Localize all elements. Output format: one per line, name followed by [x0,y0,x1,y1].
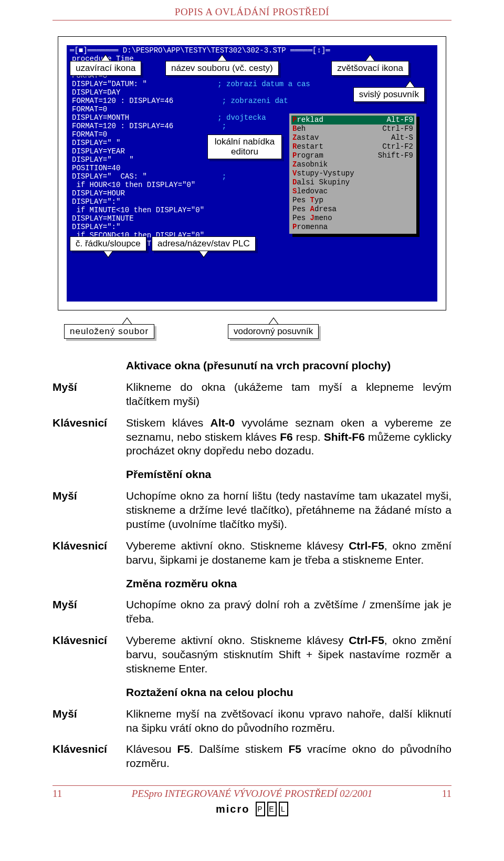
move-keyboard-text: Vybereme aktivní okno. Stiskneme klávesy… [126,539,452,567]
callout-zoom-icon: zvětšovací ikona [331,61,409,76]
resize-mouse-text: Uchopíme okno za pravý dolní roh a zvětš… [126,598,452,626]
label-mouse: Myší [52,380,126,409]
callout-vertical-scrollbar: svislý posuvník [353,87,425,102]
callout-row-col: č. řádku/sloupce [70,236,146,251]
maximize-keyboard-text: Klávesou F5. Dalšíme stiskem F5 vracíme … [126,742,452,771]
page-number-right: 11 [442,788,452,800]
footer-rule [52,785,452,786]
menu-item-pes-adresa[interactable]: Pes Adresa [292,205,413,214]
section-title-maximize: Roztažení okna na celou plochu [126,686,452,700]
editor-screenshot-frame: ═[■]═══════ D:\PESPRO\APP\TESTY\TEST302\… [58,36,446,310]
footer-center-text: PESpro INTEGROVANÉ VÝVOJOVÉ PROSTŘEDÍ 02… [132,788,373,800]
menu-item-program[interactable]: ProgramShift-F9 [292,151,413,160]
maximize-mouse-text: Klikneme myší na zvětšovací ikonu vpravo… [126,707,452,735]
menu-item-preklad[interactable]: PrekladAlt-F9 [291,116,414,125]
menu-item-zastav[interactable]: ZastavAlt-S [292,133,413,142]
move-mouse-text: Uchopíme okno za horní lištu (tedy nasta… [126,489,452,532]
editor-context-menu[interactable]: PrekladAlt-F9 BehCtrl-F9 ZastavAlt-S Res… [289,113,416,234]
section-title-move: Přemístění okna [126,468,452,482]
logo-pel-icon: PEL [256,802,288,816]
header-rule [52,20,452,20]
section-title-resize: Změna rozměru okna [126,577,452,591]
instructions-section: Aktivace okna (přesunutí na vrch pracovn… [52,357,452,771]
page-number-left: 11 [52,788,62,800]
label-mouse: Myší [52,707,126,735]
dos-editor-window: ═[■]═══════ D:\PESPRO\APP\TESTY\TEST302\… [67,45,437,302]
page-header-title: POPIS A OVLÁDÁNÍ PROSTŘEDÍ [175,6,329,17]
menu-item-pes-typ[interactable]: Pes Typ [292,196,413,205]
callout-horizontal-scrollbar: vodorovný posuvník [228,324,319,339]
menu-item-vstupy-vystupy[interactable]: Vstupy-Vystupy [292,169,413,178]
window-title-path: D:\PESPRO\APP\TESTY\TEST302\302-3.STP [123,46,286,55]
callout-local-menu: lokální nabídka editoru [207,134,282,159]
logo-text: micro [216,803,249,815]
activation-mouse-text: Klikneme do okna (ukážeme tam myší a kle… [126,380,452,409]
menu-item-restart[interactable]: RestartCtrl-F2 [292,142,413,151]
menu-item-sledovac[interactable]: Sledovac [292,187,413,196]
label-mouse: Myší [52,598,126,626]
section-title-activation: Aktivace okna (přesunutí na vrch pracovn… [126,359,452,373]
menu-item-zasobnik[interactable]: Zasobnik [292,160,413,169]
label-keyboard: Klávesnicí [52,742,126,771]
activation-keyboard-text: Stiskem kláves Alt-0 vyvoláme seznam oke… [126,416,452,459]
menu-item-beh[interactable]: BehCtrl-F9 [292,125,413,133]
menu-item-promenna[interactable]: Promenna [292,223,413,232]
window-title-bar: ═[■]═══════ D:\PESPRO\APP\TESTY\TEST302\… [67,45,437,55]
callout-filename: název souboru (vč. cesty) [165,61,279,76]
menu-item-dalsi-skupiny[interactable]: Dalsi Skupiny [292,178,413,187]
page-header: POPIS A OVLÁDÁNÍ PROSTŘEDÍ [0,0,504,20]
callout-close-icon: uzavírací ikona [70,61,141,76]
callout-plc: adresa/název/stav PLC [152,236,256,251]
label-keyboard: Klávesnicí [52,634,126,676]
label-keyboard: Klávesnicí [52,416,126,459]
label-mouse: Myší [52,489,126,532]
logo: micro PEL [0,802,504,816]
label-keyboard: Klávesnicí [52,539,126,567]
page-footer: 11 PESpro INTEGROVANÉ VÝVOJOVÉ PROSTŘEDÍ… [0,785,504,816]
callout-unsaved-file: neuložený soubor [64,324,154,339]
menu-item-pes-jmeno[interactable]: Pes Jmeno [292,214,413,223]
resize-keyboard-text: Vybereme aktivní okno. Stiskneme klávesy… [126,634,452,676]
callouts-below: neuložený soubor vodorovný posuvník [58,315,446,351]
